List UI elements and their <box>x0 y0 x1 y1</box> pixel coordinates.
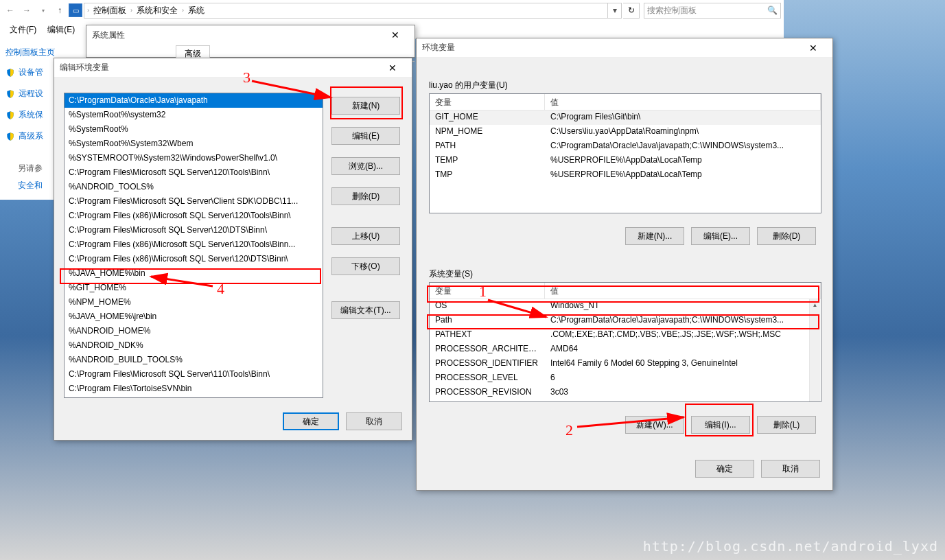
close-button[interactable]: ✕ <box>800 40 827 56</box>
table-row[interactable]: PROCESSOR_LEVEL6 <box>430 371 821 386</box>
user-new-button[interactable]: 新建(N)... <box>625 227 684 245</box>
list-item[interactable]: C:\Program Files\Microsoft SQL Server\12… <box>65 165 323 180</box>
scroll-up-icon[interactable]: ▲ <box>810 299 820 310</box>
table-row[interactable]: GIT_HOMEC:\Program Files\Git\bin\ <box>430 110 821 125</box>
dialog-buttons: 确定 取消 <box>283 412 402 430</box>
shield-icon <box>5 89 15 99</box>
address-dropdown[interactable]: ▾ <box>607 3 621 18</box>
list-item[interactable]: %GIT_HOME% <box>65 281 323 295</box>
recent-dropdown[interactable]: ▾ <box>36 3 51 18</box>
dialog-buttons: 确定 取消 <box>695 460 820 478</box>
list-item[interactable]: %ANDROID_BUILD_TOOLS% <box>65 353 323 367</box>
cell-val: C:\Users\liu.yao\AppData\Roaming\npm\ <box>545 125 821 139</box>
cell-val: C:\Program Files\Git\bin\ <box>545 110 821 125</box>
user-vars-label: liu.yao 的用户变量(U) <box>429 80 508 91</box>
list-item[interactable]: %ANDROID_HOME% <box>65 324 323 338</box>
ok-button[interactable]: 确定 <box>283 412 339 430</box>
list-item[interactable]: C:\Program Files (x86)\Microsoft SQL Ser… <box>65 252 323 266</box>
cell-val: Intel64 Family 6 Model 60 Stepping 3, Ge… <box>545 357 821 371</box>
list-item[interactable]: %SystemRoot%\system32 <box>65 108 323 122</box>
cell-var: PROCESSOR_ARCHITECT... <box>430 342 545 357</box>
cancel-button[interactable]: 取消 <box>761 460 820 478</box>
list-item[interactable]: %ANDROID_TOOLS% <box>65 180 323 194</box>
system-delete-button[interactable]: 删除(L) <box>757 416 816 434</box>
list-item[interactable]: C:\ProgramData\Oracle\Java\javapath <box>65 93 323 108</box>
browse-button[interactable]: 浏览(B)... <box>331 157 400 175</box>
list-item[interactable]: C:\Program Files (x86)\Microsoft SQL Ser… <box>65 237 323 252</box>
col-variable[interactable]: 变量 <box>430 94 545 110</box>
list-item[interactable]: %JAVA_HOME%\jre\bin <box>65 310 323 324</box>
user-edit-button[interactable]: 编辑(E)... <box>691 227 750 245</box>
system-vars-table[interactable]: 变量 值 OSWindows_NTPathC:\ProgramData\Orac… <box>429 282 821 402</box>
cell-val: %USERPROFILE%\AppData\Local\Temp <box>545 168 821 183</box>
cell-var: NPM_HOME <box>430 125 545 139</box>
new-button[interactable]: 新建(N) <box>331 97 400 115</box>
address-bar[interactable]: › 控制面板 › 系统和安全 › 系统 ▾ <box>84 3 622 19</box>
list-item[interactable]: C:\Program Files\Microsoft SQL Server\12… <box>65 223 323 237</box>
refresh-button[interactable]: ↻ <box>623 3 640 19</box>
col-value[interactable]: 值 <box>545 94 821 110</box>
cell-var: TMP <box>430 168 545 183</box>
table-row[interactable]: TEMP%USERPROFILE%\AppData\Local\Temp <box>430 154 821 168</box>
table-row[interactable]: PATHC:\ProgramData\Oracle\Java\javapath;… <box>430 139 821 154</box>
user-delete-button[interactable]: 删除(D) <box>757 227 816 245</box>
table-row[interactable]: PATHEXT.COM;.EXE;.BAT;.CMD;.VBS;.VBE;.JS… <box>430 328 821 342</box>
path-listbox[interactable]: C:\ProgramData\Oracle\Java\javapath%Syst… <box>64 93 323 398</box>
breadcrumb-seg-0[interactable]: 控制面板 <box>91 3 129 18</box>
system-edit-button[interactable]: 编辑(I)... <box>691 416 750 434</box>
menu-edit[interactable]: 编辑(E) <box>47 24 75 36</box>
list-item[interactable]: C:\Program Files (x86)\Microsoft SQL Ser… <box>65 209 323 223</box>
list-item[interactable]: %ANDROID_NDK% <box>65 338 323 353</box>
system-new-button[interactable]: 新建(W)... <box>625 416 684 434</box>
close-button[interactable]: ✕ <box>379 60 406 75</box>
cell-var: PROCESSOR_IDENTIFIER <box>430 357 545 371</box>
list-item[interactable]: C:\Program Files\Microsoft SQL Server\Cl… <box>65 194 323 209</box>
btn-label: 新建(W)... <box>636 419 673 431</box>
forward-button[interactable]: → <box>19 3 34 18</box>
close-button[interactable]: ✕ <box>382 27 409 43</box>
table-row[interactable]: NPM_HOMEC:\Users\liu.yao\AppData\Roaming… <box>430 125 821 139</box>
cell-val: %USERPROFILE%\AppData\Local\Temp <box>545 154 821 168</box>
titlebar[interactable]: 系统属性 ✕ <box>86 25 415 45</box>
up-button[interactable]: ↑ <box>52 3 67 18</box>
ok-button[interactable]: 确定 <box>695 460 754 478</box>
list-item[interactable]: %NPM_HOME% <box>65 295 323 310</box>
col-variable[interactable]: 变量 <box>430 283 545 299</box>
search-input[interactable]: 搜索控制面板 🔍 <box>644 3 781 19</box>
table-row[interactable]: PathC:\ProgramData\Oracle\Java\javapath;… <box>430 314 821 328</box>
cancel-button[interactable]: 取消 <box>346 412 402 430</box>
cell-val: C:\ProgramData\Oracle\Java\javapath;C:\W… <box>545 314 821 328</box>
list-item[interactable]: %JAVA_HOME%\bin <box>65 266 323 281</box>
breadcrumb-seg-2[interactable]: 系统 <box>185 3 207 18</box>
sidebar-home-link[interactable]: 控制面板主页 <box>5 47 84 58</box>
table-row[interactable]: PROCESSOR_IDENTIFIERIntel64 Family 6 Mod… <box>430 357 821 371</box>
edit-env-dialog: 编辑环境变量 ✕ C:\ProgramData\Oracle\Java\java… <box>54 58 412 441</box>
shield-icon <box>5 68 15 78</box>
menu-file[interactable]: 文件(F) <box>10 24 36 36</box>
scrollbar[interactable]: ▲ <box>809 299 820 401</box>
col-value[interactable]: 值 <box>545 283 821 299</box>
list-item[interactable]: %SystemRoot% <box>65 122 323 137</box>
btn-label: 编辑(E) <box>352 130 380 142</box>
edittext-button[interactable]: 编辑文本(T)... <box>331 301 400 319</box>
cell-val: C:\ProgramData\Oracle\Java\javapath;C:\W… <box>545 139 821 154</box>
titlebar[interactable]: 环境变量 ✕ <box>417 38 832 58</box>
moveup-button[interactable]: 上移(U) <box>331 227 400 245</box>
list-item[interactable]: C:\Program Files\TortoiseSVN\bin <box>65 382 323 396</box>
list-item[interactable]: %SystemRoot%\System32\Wbem <box>65 137 323 151</box>
cell-var: PROCESSOR_REVISION <box>430 386 545 400</box>
list-item[interactable]: C:\Program Files\Microsoft SQL Server\11… <box>65 367 323 382</box>
table-row[interactable]: OSWindows_NT <box>430 299 821 314</box>
back-button[interactable]: ← <box>3 3 18 18</box>
titlebar[interactable]: 编辑环境变量 ✕ <box>54 58 412 78</box>
edit-button[interactable]: 编辑(E) <box>331 127 400 145</box>
movedown-button[interactable]: 下移(O) <box>331 257 400 275</box>
table-row[interactable]: TMP%USERPROFILE%\AppData\Local\Temp <box>430 168 821 183</box>
table-row[interactable]: PROCESSOR_REVISION3c03 <box>430 386 821 400</box>
table-row[interactable]: PROCESSOR_ARCHITECT...AMD64 <box>430 342 821 357</box>
list-item[interactable]: %SYSTEMROOT%\System32\WindowsPowerShell\… <box>65 151 323 165</box>
user-vars-table[interactable]: 变量 值 GIT_HOMEC:\Program Files\Git\bin\NP… <box>429 93 821 213</box>
delete-button[interactable]: 删除(D) <box>331 187 400 205</box>
breadcrumb-seg-1[interactable]: 系统和安全 <box>134 3 180 18</box>
cell-val: .COM;.EXE;.BAT;.CMD;.VBS;.VBE;.JS;.JSE;.… <box>545 328 821 342</box>
